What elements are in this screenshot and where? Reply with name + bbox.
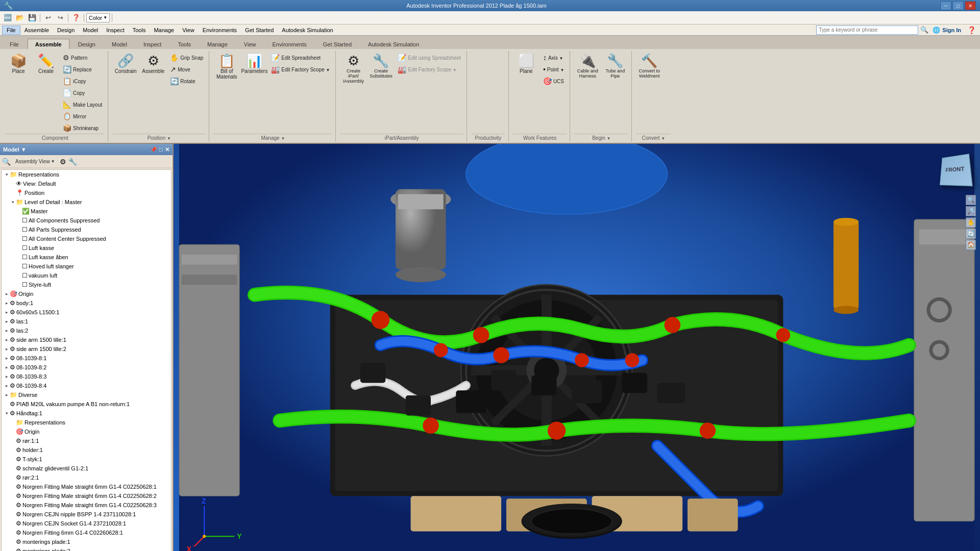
tree-item-08-1039-b4[interactable]: ▸⚙08-1039-8:4 xyxy=(2,381,171,390)
tab-file[interactable]: File xyxy=(2,39,27,49)
toolbar-icon2[interactable]: 🔧 xyxy=(68,158,77,166)
tree-expand-representations[interactable]: ▾ xyxy=(4,171,10,178)
tab-get-started[interactable]: Get Started xyxy=(315,39,359,49)
copy-button[interactable]: 📄 Copy xyxy=(60,87,105,98)
tree-expand-08-1039-b2[interactable]: ▸ xyxy=(4,364,10,370)
bill-of-materials-button[interactable]: 📋 Bill ofMaterials xyxy=(213,52,240,82)
tree-item-las-1[interactable]: ▸⚙las:1 xyxy=(2,317,171,326)
place-button[interactable]: 📦 Place xyxy=(5,52,32,82)
replace-button[interactable]: 🔄 Replace xyxy=(60,64,105,75)
menu-get-started[interactable]: Get Started xyxy=(241,26,278,34)
search-button[interactable]: 🔍 xyxy=(920,26,928,34)
rotate-button[interactable]: 🔄 Rotate xyxy=(167,76,206,87)
zoom-in-button[interactable]: 🔍 xyxy=(966,195,976,205)
create-substitutes-button[interactable]: 🔧 CreateSubstitutes xyxy=(368,52,394,82)
tree-item-norgren-2[interactable]: ⚙Norgren Fitting Male straight 6mm G1-4 … xyxy=(2,491,171,500)
tree-item-08-1039-b2[interactable]: ▸⚙08-1039-8:2 xyxy=(2,363,171,372)
maximize-button[interactable]: □ xyxy=(952,1,964,10)
color-dropdown[interactable]: Color ▼ xyxy=(86,13,110,22)
constrain-button[interactable]: 🔗 Constrain xyxy=(112,52,139,82)
tree-item-origin[interactable]: ▸🎯Origin xyxy=(2,289,171,298)
tree-expand-side-arm-1500-1[interactable]: ▸ xyxy=(4,337,10,343)
tree-item-level-detail[interactable]: ▾📁Level of Detail : Master xyxy=(2,197,171,207)
tree-item-luft-kasse[interactable]: ☐Luft kasse xyxy=(2,243,171,253)
new-button[interactable]: 🆕 xyxy=(2,13,13,23)
tree-item-diverse[interactable]: ▸📁Diverse xyxy=(2,390,171,399)
home-button[interactable]: 🏠 xyxy=(966,240,976,250)
ucs-button[interactable]: 🎯 UCS xyxy=(541,76,567,87)
tree-item-vakuum-luft[interactable]: ☐vakuum luft xyxy=(2,271,171,280)
menu-assemble[interactable]: Assemble xyxy=(20,26,53,34)
undo-button[interactable]: ↩ xyxy=(42,13,54,23)
tree-item-norgren-nipple[interactable]: ⚙Norgren CEJN nipple BSPP 1-4 237110028:… xyxy=(2,510,171,519)
panel-title[interactable]: Model ▼ xyxy=(3,146,27,153)
assemble-button[interactable]: ⚙ Assemble xyxy=(140,52,166,82)
tree-item-60x60x5-l1500[interactable]: ▸⚙60x60x5 L1500:1 xyxy=(2,308,171,317)
edit-factory-scope-button[interactable]: 🏭 Edit Factory Scope ▼ xyxy=(268,64,332,75)
plane-button[interactable]: ⬜ Plane xyxy=(513,52,540,82)
tree-expand-diverse[interactable]: ▸ xyxy=(4,392,10,398)
tree-item-origin-2[interactable]: 🎯Origin xyxy=(2,427,171,436)
tree-item-holder-1[interactable]: ⚙holder:1 xyxy=(2,445,171,455)
create-ipart-button[interactable]: ⚙ Create iPart/iAssembly xyxy=(340,52,366,86)
tree-expand-origin[interactable]: ▸ xyxy=(4,291,10,297)
tree-item-side-arm-1500-1[interactable]: ▸⚙side arm 1500 lille:1 xyxy=(2,335,171,344)
redo-button[interactable]: ↪ xyxy=(55,13,66,23)
tree-item-rar-1[interactable]: ⚙rør:1:1 xyxy=(2,436,171,445)
tree-item-position[interactable]: 📍Position xyxy=(2,188,171,197)
tree-item-view-default[interactable]: 👁View: Default xyxy=(2,179,171,188)
tree-expand-level-detail[interactable]: ▾ xyxy=(10,199,16,205)
menu-file[interactable]: File xyxy=(2,26,20,35)
tree-item-hoved-luft-slanger[interactable]: ☐Hoved luft slanger xyxy=(2,262,171,271)
menu-autodesk-simulation[interactable]: Autodesk Simulation xyxy=(278,26,337,34)
tab-tools[interactable]: Tools xyxy=(170,39,199,49)
tab-view[interactable]: View xyxy=(236,39,264,49)
panel-close[interactable]: ✕ xyxy=(165,146,169,153)
make-layout-button[interactable]: 📐 Make Layout xyxy=(60,99,105,110)
convert-weldment-button[interactable]: 🔨 Convert toWeldment xyxy=(636,52,663,82)
3d-viewport[interactable]: Y Z X FRONT 🔍 🔎 ✋ 🔄 🏠 xyxy=(174,144,980,551)
tree-item-norgren-6mm[interactable]: ⚙Norgren Fitting 6mm G1-4 C02260628:1 xyxy=(2,528,171,537)
menu-design[interactable]: Design xyxy=(53,26,79,34)
tree-item-luft-kasse-aben[interactable]: ☐Luft kasse åben xyxy=(2,253,171,262)
tree-item-t-styk-1[interactable]: ⚙T-styk:1 xyxy=(2,455,171,464)
tree-item-monterings-plade-2[interactable]: ⚙monterings plade:2 xyxy=(2,546,171,551)
tree-item-all-comp-suppressed[interactable]: ☐All Components Suppressed xyxy=(2,216,171,225)
tab-inspect[interactable]: Inspect xyxy=(136,39,169,49)
shrinkwrap-button[interactable]: 📦 Shrinkwrap xyxy=(60,122,105,134)
orbit-button[interactable]: 🔄 xyxy=(966,229,976,239)
tree-item-body-1[interactable]: ▸⚙body:1 xyxy=(2,298,171,308)
tree-expand-08-1039-b4[interactable]: ▸ xyxy=(4,383,10,389)
menu-inspect[interactable]: Inspect xyxy=(102,26,128,34)
panel-maximize[interactable]: □ xyxy=(159,146,163,153)
icopy-button[interactable]: 📋 iCopy xyxy=(60,76,105,87)
resize-handle[interactable] xyxy=(171,144,174,551)
open-button[interactable]: 📂 xyxy=(14,13,26,23)
tree-item-side-arm-1500-2[interactable]: ▸⚙side arm 1500 lille:2 xyxy=(2,344,171,354)
tree-item-norgren-socket[interactable]: ⚙Norgren CEJN Socket G1-4 237210028:1 xyxy=(2,519,171,528)
tree-item-norgren-3[interactable]: ⚙Norgren Fitting Male straight 6mm G1-4 … xyxy=(2,500,171,510)
tree-item-08-1039-b3[interactable]: ▸⚙08-1039-8:3 xyxy=(2,372,171,381)
tree-item-schmalz-glide[interactable]: ⚙schmalz glideventil G1-2:1 xyxy=(2,464,171,473)
edit-spreadsheet-button[interactable]: 📝 Edit Spreadsheet xyxy=(268,52,332,63)
view-cube[interactable]: FRONT xyxy=(934,149,975,190)
mirror-button[interactable]: 🪞 Mirror xyxy=(60,111,105,122)
point-button[interactable]: • Point ▼ xyxy=(541,64,567,75)
parameters-button[interactable]: 📊 Parameters xyxy=(241,52,267,82)
toolbar-icon1[interactable]: ⚙ xyxy=(60,158,66,166)
save-button[interactable]: 💾 xyxy=(27,13,38,23)
tree-expand-body-1[interactable]: ▸ xyxy=(4,300,10,306)
tab-assemble[interactable]: Assemble xyxy=(28,39,69,49)
zoom-out-button[interactable]: 🔎 xyxy=(966,206,976,216)
tree-expand-08-1039-b3[interactable]: ▸ xyxy=(4,373,10,380)
menu-environments[interactable]: Environments xyxy=(199,26,241,34)
tab-environments[interactable]: Environments xyxy=(265,39,314,49)
tree-expand-08-1039-b1[interactable]: ▸ xyxy=(4,355,10,361)
tab-design[interactable]: Design xyxy=(70,39,103,49)
tree-item-piab-vakuum[interactable]: ⚙PIAB M20L vakuum pumpe A B1 non-return:… xyxy=(2,399,171,409)
tree-item-representations-2[interactable]: 📁Representations xyxy=(2,418,171,427)
tree-item-all-content-suppressed[interactable]: ☐All Content Center Suppressed xyxy=(2,234,171,243)
close-button[interactable]: ✕ xyxy=(965,1,976,10)
axis-button[interactable]: ↕ Axis ▼ xyxy=(541,52,567,63)
assembly-view-dropdown[interactable]: Assembly View ▼ xyxy=(13,157,58,166)
